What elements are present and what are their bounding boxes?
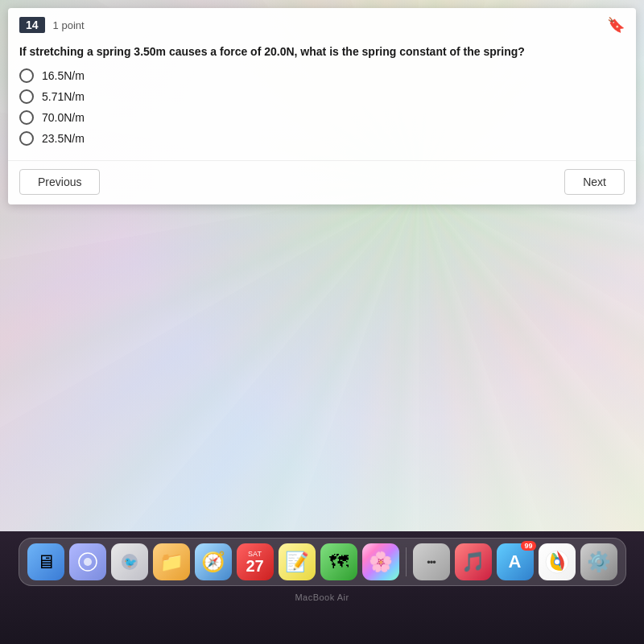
radio-b[interactable] [19,89,34,104]
dock-files[interactable]: 📁 [153,543,190,580]
dock-settings[interactable]: ⚙️ [580,543,617,580]
dock-finder[interactable]: 🖥 [27,543,64,580]
dock-photos[interactable]: 🌸 [362,543,399,580]
question-text: If stretching a spring 3.50m causes a fo… [8,39,636,68]
appstore-badge: 99 [521,541,535,551]
bookmark-icon[interactable]: 🔖 [607,16,625,34]
option-c-text: 70.0N/m [42,111,85,124]
radio-d[interactable] [19,131,34,146]
radio-c[interactable] [19,110,34,125]
dock-more[interactable]: ••• [413,543,450,580]
card-footer: Previous Next [8,160,636,204]
svg-point-7 [555,559,559,564]
screen: 14 1 point 🔖 If stretching a spring 3.50… [0,0,644,531]
dock-maps[interactable]: 🗺 [320,543,357,580]
card-header: 14 1 point 🔖 [8,8,636,39]
dock-notes[interactable]: 📝 [279,543,316,580]
next-button[interactable]: Next [564,169,625,195]
option-b[interactable]: 5.71N/m [19,89,625,104]
option-a[interactable]: 16.5N/m [19,68,625,83]
quiz-card: 14 1 point 🔖 If stretching a spring 3.50… [8,8,636,204]
dock-chrome[interactable] [539,543,576,580]
dock-rocket[interactable]: 🐦 [111,543,148,580]
cal-date: 27 [246,558,263,574]
dock-separator [406,547,407,576]
question-number: 14 [19,17,45,33]
dock: 🖥 🐦 📁 🧭 SAT 27 📝 🗺 🌸 [19,538,626,586]
dock-calendar[interactable]: SAT 27 [237,543,274,580]
option-a-text: 16.5N/m [42,69,85,82]
options-list: 16.5N/m 5.71N/m 70.0N/m 23.5N/m [8,68,636,157]
svg-point-1 [84,558,92,566]
dock-appstore[interactable]: A 99 [497,543,534,580]
option-d-text: 23.5N/m [42,132,85,145]
dock-music[interactable]: 🎵 [455,543,492,580]
macbook-label: MacBook Air [295,592,349,602]
taskbar: 🖥 🐦 📁 🧭 SAT 27 📝 🗺 🌸 [0,531,644,644]
option-b-text: 5.71N/m [42,90,85,103]
previous-button[interactable]: Previous [19,169,100,195]
dock-launchpad[interactable] [69,543,106,580]
option-c[interactable]: 70.0N/m [19,110,625,125]
svg-text:🐦: 🐦 [124,555,138,569]
points-label: 1 point [53,19,85,31]
radio-a[interactable] [19,68,34,83]
dock-safari[interactable]: 🧭 [195,543,232,580]
option-d[interactable]: 23.5N/m [19,131,625,146]
